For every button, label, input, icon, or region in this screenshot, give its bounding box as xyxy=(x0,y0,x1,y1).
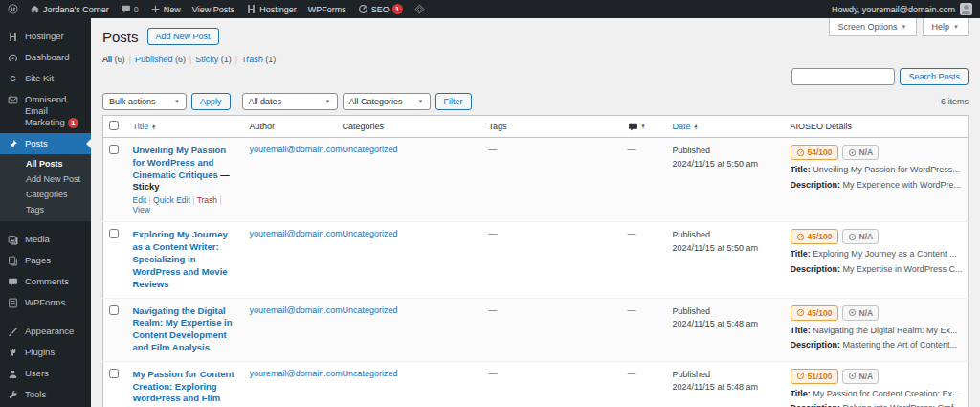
post-row: Navigating the Digital Realm: My Experti… xyxy=(103,298,969,361)
bulk-actions-select[interactable]: Bulk actions ▼ xyxy=(102,93,187,110)
view-filter-link[interactable]: All xyxy=(102,55,112,64)
sidebar-item-wpforms[interactable]: WPForms xyxy=(0,292,91,313)
view-filter-link[interactable]: Trash xyxy=(241,55,263,64)
post-title-link[interactable]: Exploring My Journey as a Content Writer… xyxy=(133,229,228,288)
category-link[interactable]: Uncategorized xyxy=(343,229,398,238)
target-icon xyxy=(848,308,857,317)
search-posts-button[interactable]: Search Posts xyxy=(900,68,969,85)
screen-options-button[interactable]: Screen Options ▼ xyxy=(829,18,917,36)
row-select-checkbox[interactable] xyxy=(109,229,119,238)
chevron-down-icon: ▼ xyxy=(953,24,959,30)
add-new-post-button[interactable]: Add New Post xyxy=(147,28,219,45)
date-cell: Published2024/11/15 at 5:50 am xyxy=(667,222,785,298)
seo-score-badge[interactable]: 45/100 xyxy=(791,305,838,321)
admin-bar-item-hostinger[interactable]: Hostinger xyxy=(246,4,297,14)
filter-button[interactable]: Filter xyxy=(435,93,472,110)
row-action-trash[interactable]: Trash xyxy=(197,195,217,205)
all-dates-select[interactable]: All dates ▼ xyxy=(242,93,338,110)
tags-cell: — xyxy=(483,138,622,222)
admin-bar-item-new[interactable]: New xyxy=(150,4,181,14)
sidebar-item-plugins[interactable]: Plugins xyxy=(0,342,91,363)
sidebar-subitem-add-new-post[interactable]: Add New Post xyxy=(0,171,91,187)
seo-na-value: N/A xyxy=(859,147,874,157)
column-header-title[interactable]: Title▲▼ xyxy=(127,116,244,138)
sort-icon: ▲▼ xyxy=(641,124,646,129)
column-header-date[interactable]: Date▲▼ xyxy=(667,116,785,138)
sidebar-item-label: Site Kit xyxy=(25,73,54,84)
tags-column-label: Tags xyxy=(489,122,507,131)
seo-score-badge[interactable]: 51/100 xyxy=(791,369,838,384)
apply-button[interactable]: Apply xyxy=(191,93,231,110)
sidebar-item-tools[interactable]: Tools xyxy=(0,384,91,405)
all-dates-value: All dates xyxy=(249,97,282,106)
date-cell: Published2024/11/15 at 5:48 am xyxy=(667,298,785,361)
categories-cell: Uncategorized xyxy=(337,138,483,222)
admin-bar-item-diamond-icon[interactable] xyxy=(414,4,425,14)
post-title-link[interactable]: My Passion for Content Creation: Explori… xyxy=(133,369,234,407)
view-filter-link[interactable]: Published xyxy=(135,55,173,64)
seo-na-value: N/A xyxy=(859,232,874,241)
sidebar-item-site-kit[interactable]: GSite Kit xyxy=(0,68,91,89)
seo-na-badge[interactable]: N/A xyxy=(842,145,880,160)
sidebar-item-posts[interactable]: Posts xyxy=(0,133,91,154)
seo-description-label: Description: xyxy=(791,340,841,350)
row-action-view[interactable]: View xyxy=(133,205,150,215)
admin-bar-item-seo[interactable]: SEO1 xyxy=(358,4,403,14)
comments-icon xyxy=(628,122,638,132)
sidebar-subitem-all-posts[interactable]: All Posts xyxy=(0,156,91,171)
category-link[interactable]: Uncategorized xyxy=(343,369,398,378)
sidebar-subitem-categories[interactable]: Categories xyxy=(0,187,91,202)
category-link[interactable]: Uncategorized xyxy=(343,305,398,315)
row-select-checkbox[interactable] xyxy=(109,305,119,315)
sidebar-item-label: Appearance xyxy=(25,326,74,337)
seo-score-badge[interactable]: 45/100 xyxy=(791,229,838,244)
author-cell: youremail@domain.com xyxy=(244,298,337,361)
select-all-checkbox[interactable] xyxy=(109,121,119,130)
row-select-checkbox[interactable] xyxy=(109,145,119,154)
seo-score-badge[interactable]: 54/100 xyxy=(791,145,838,160)
seo-na-badge[interactable]: N/A xyxy=(842,229,880,244)
sidebar-subitem-tags[interactable]: Tags xyxy=(0,202,91,217)
sidebar-item-hostinger[interactable]: Hostinger xyxy=(0,26,91,47)
author-link[interactable]: youremail@domain.com xyxy=(250,229,343,238)
seo-description-label: Description: xyxy=(791,180,841,190)
search-input[interactable] xyxy=(791,68,895,85)
admin-bar-item-jordana-s-corner[interactable]: Jordana's Corner xyxy=(30,4,109,14)
comments-cell: — xyxy=(622,222,667,298)
sidebar-item-comments[interactable]: Comments xyxy=(0,271,91,292)
row-select-checkbox[interactable] xyxy=(109,369,119,378)
row-action-quick-edit[interactable]: Quick Edit xyxy=(153,195,190,205)
column-header-comments[interactable]: ▲▼ xyxy=(622,116,667,138)
chevron-down-icon: ▼ xyxy=(174,99,180,104)
post-title-link[interactable]: Unveiling My Passion for WordPress and C… xyxy=(133,145,227,180)
post-title-link[interactable]: Navigating the Digital Realm: My Experti… xyxy=(133,305,233,352)
post-row: Exploring My Journey as a Content Writer… xyxy=(103,222,969,298)
seo-na-badge[interactable]: N/A xyxy=(842,369,880,384)
page-title: Posts xyxy=(102,29,139,45)
category-link[interactable]: Uncategorized xyxy=(343,145,398,154)
sidebar-item-pages[interactable]: Pages xyxy=(0,250,91,271)
author-link[interactable]: youremail@domain.com xyxy=(250,145,343,154)
view-filter-published: Published (6)| xyxy=(135,55,191,64)
sidebar-item-users[interactable]: Users xyxy=(0,363,91,384)
row-checkbox-cell xyxy=(103,361,127,407)
admin-bar-item-0[interactable]: 0 xyxy=(121,4,139,14)
view-filter-link[interactable]: Sticky xyxy=(195,55,218,64)
row-action-edit[interactable]: Edit xyxy=(133,195,147,205)
view-filter-sticky: Sticky (1)| xyxy=(195,55,237,64)
sidebar-item-label: Plugins xyxy=(25,347,55,358)
author-link[interactable]: youremail@domain.com xyxy=(250,305,343,315)
author-link[interactable]: youremail@domain.com xyxy=(250,369,343,378)
admin-bar-account[interactable]: Howdy, youremail@domain.com xyxy=(832,3,972,15)
sidebar-item-omnisend-email-marketing[interactable]: Omnisend Email Marketing1 xyxy=(0,89,91,133)
sort-icon: ▲▼ xyxy=(694,124,699,130)
admin-bar-item-view-posts[interactable]: View Posts xyxy=(192,5,234,14)
admin-bar-item-wordpress-logo-icon[interactable] xyxy=(8,4,18,14)
sidebar-item-media[interactable]: Media xyxy=(0,229,91,250)
sidebar-item-dashboard[interactable]: Dashboard xyxy=(0,47,91,68)
all-categories-select[interactable]: All Categories ▼ xyxy=(343,93,431,110)
seo-na-badge[interactable]: N/A xyxy=(842,305,880,321)
sidebar-item-appearance[interactable]: Appearance xyxy=(0,321,91,342)
help-button[interactable]: Help ▼ xyxy=(923,18,969,36)
admin-bar-item-wpforms[interactable]: WPForms xyxy=(308,5,346,14)
